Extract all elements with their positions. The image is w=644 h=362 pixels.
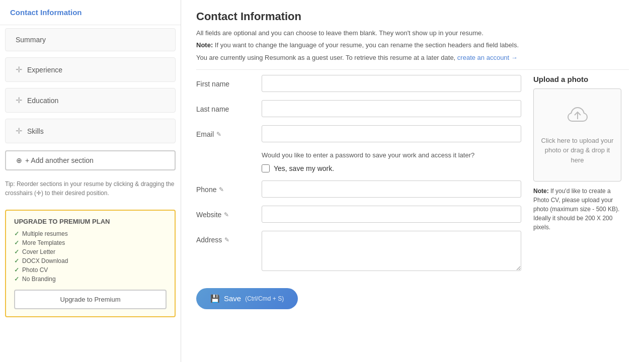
sidebar-item-label: Education: [27, 97, 58, 105]
upgrade-feature-3: Cover Letter: [14, 248, 167, 255]
upgrade-button-label: Upgrade to Premium: [60, 296, 121, 303]
info-note-label: Note:: [196, 41, 213, 49]
website-edit-icon: ✎: [224, 211, 229, 218]
first-name-label: First name: [196, 75, 262, 88]
form-divider: [196, 69, 629, 70]
save-work-row: Yes, save my work.: [262, 164, 521, 172]
last-name-row: Last name: [196, 100, 521, 117]
website-row: Website ✎: [196, 206, 521, 223]
save-label: Save: [224, 294, 241, 303]
sidebar-item-experience[interactable]: ✛ Experience: [5, 57, 176, 82]
address-input[interactable]: [262, 231, 521, 271]
email-label: Email ✎: [196, 125, 262, 138]
first-name-row: First name: [196, 75, 521, 92]
upgrade-feature-1: Multiple resumes: [14, 230, 167, 237]
upgrade-to-premium-button[interactable]: Upgrade to Premium: [14, 290, 167, 309]
upload-note-label: Note:: [533, 188, 549, 195]
add-another-section-button[interactable]: ⊕ + Add another section: [5, 150, 176, 170]
add-icon: ⊕: [16, 156, 22, 164]
upgrade-box: UPGRADE TO PREMIUM PLAN Multiple resumes…: [5, 210, 176, 317]
phone-input[interactable]: [262, 180, 521, 198]
main-content: Contact Information All fields are optio…: [181, 0, 644, 362]
info-note-text: If you want to change the language of yo…: [215, 41, 519, 49]
sidebar-item-summary[interactable]: Summary: [5, 28, 176, 51]
upgrade-features-list: Multiple resumes More Templates Cover Le…: [14, 230, 167, 283]
info-line1: All fields are optional and you can choo…: [196, 28, 629, 38]
password-question: Would you like to enter a password to sa…: [262, 150, 521, 160]
upgrade-feature-2: More Templates: [14, 239, 167, 246]
add-section-label: + Add another section: [25, 156, 94, 164]
address-row: Address ✎: [196, 231, 521, 271]
save-disk-icon: 💾: [210, 294, 220, 303]
create-account-link[interactable]: create an account →: [457, 54, 518, 61]
upgrade-title: UPGRADE TO PREMIUM PLAN: [14, 218, 167, 225]
guest-notice-text: You are currently using Resumonk as a gu…: [196, 54, 455, 61]
save-button[interactable]: 💾 Save (Ctrl/Cmd + S): [196, 288, 298, 309]
phone-edit-icon: ✎: [219, 186, 224, 193]
sidebar-item-label: Summary: [16, 36, 46, 44]
phone-row: Phone ✎: [196, 180, 521, 198]
page-title: Contact Information: [196, 10, 629, 23]
save-work-checkbox[interactable]: [262, 164, 270, 172]
email-edit-icon: ✎: [216, 131, 221, 138]
sidebar-item-label: Skills: [27, 127, 44, 135]
upload-photo-dropzone[interactable]: Click here to upload your photo or drag …: [533, 88, 621, 182]
drag-handle-icon: ✛: [16, 126, 22, 136]
drag-handle-icon: ✛: [16, 96, 22, 105]
email-row: Email ✎: [196, 125, 521, 142]
first-name-input[interactable]: [262, 75, 521, 92]
last-name-input[interactable]: [262, 100, 521, 117]
upload-note: Note: If you'd like to create a Photo CV…: [533, 187, 621, 232]
website-label: Website ✎: [196, 206, 262, 219]
sidebar-item-skills[interactable]: ✛ Skills: [5, 119, 176, 143]
drag-handle-icon: ✛: [16, 65, 22, 74]
upload-cloud-icon: [565, 105, 590, 130]
address-label: Address ✎: [196, 231, 262, 244]
upgrade-feature-5: Photo CV: [14, 266, 167, 274]
form-area: First name Last name Email ✎: [196, 75, 629, 309]
upload-title: Upload a photo: [533, 75, 629, 83]
sidebar-item-contact-information[interactable]: Contact Information: [0, 0, 181, 25]
guest-notice: You are currently using Resumonk as a gu…: [196, 54, 629, 61]
sidebar-item-education[interactable]: ✛ Education: [5, 88, 176, 113]
last-name-label: Last name: [196, 100, 262, 113]
info-note: Note: If you want to change the language…: [196, 40, 629, 50]
upload-text: Click here to upload your photo or drag …: [539, 136, 616, 165]
email-input[interactable]: [262, 125, 521, 142]
form-fields: First name Last name Email ✎: [196, 75, 521, 309]
sidebar-item-label: Experience: [27, 66, 62, 74]
upgrade-feature-6: No Branding: [14, 276, 167, 283]
password-section: Would you like to enter a password to sa…: [262, 150, 521, 172]
upload-photo-section: Upload a photo Click here to upload your…: [533, 75, 629, 309]
address-edit-icon: ✎: [224, 236, 229, 243]
sidebar: Contact Information Summary ✛ Experience…: [0, 0, 181, 362]
reorder-tip: Tip: Reorder sections in your resume by …: [5, 179, 176, 198]
upgrade-feature-4: DOCX Download: [14, 257, 167, 264]
save-shortcut: (Ctrl/Cmd + S): [245, 295, 284, 302]
website-input[interactable]: [262, 206, 521, 223]
save-bar: 💾 Save (Ctrl/Cmd + S): [196, 281, 521, 309]
phone-label: Phone ✎: [196, 180, 262, 194]
sidebar-item-label: Contact Information: [10, 8, 82, 17]
save-work-label: Yes, save my work.: [274, 164, 334, 172]
